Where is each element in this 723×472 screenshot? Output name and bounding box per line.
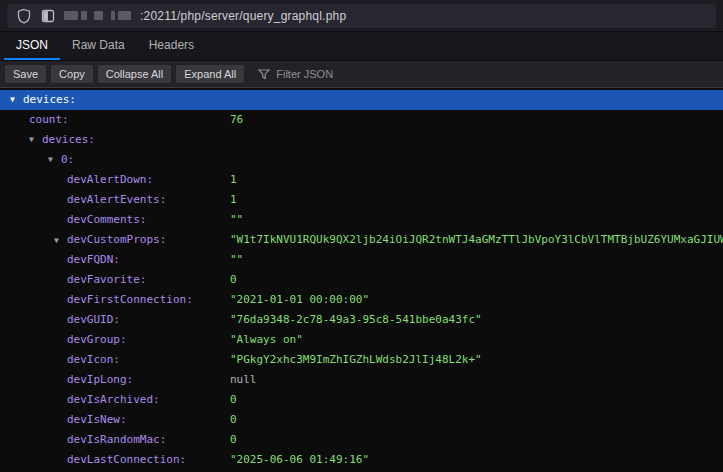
json-key: 0: bbox=[61, 153, 74, 166]
json-key: devFavorite: bbox=[67, 273, 146, 286]
json-row-0[interactable]: ▼0: bbox=[0, 150, 723, 170]
json-key: devAlertEvents: bbox=[67, 193, 166, 206]
json-value: 76 bbox=[230, 110, 243, 130]
json-row-devisarchived[interactable]: devIsArchived:0 bbox=[0, 390, 723, 410]
json-value: "76da9348-2c78-49a3-95c8-541bbe0a43fc" bbox=[230, 310, 482, 330]
json-key: devIcon: bbox=[67, 353, 120, 366]
json-row-devlastconnection[interactable]: devLastConnection:"2025-06-06 01:49:16" bbox=[0, 450, 723, 470]
tracking-protection-shield-icon[interactable] bbox=[16, 8, 32, 24]
json-key: devFQDN: bbox=[67, 253, 120, 266]
expand-toggle-icon[interactable]: ▼ bbox=[48, 150, 61, 170]
expand-toggle-icon[interactable]: ▼ bbox=[54, 231, 67, 250]
json-row-devisrandommac[interactable]: devIsRandomMac:0 bbox=[0, 430, 723, 450]
collapse-all-button[interactable]: Collapse All bbox=[98, 65, 171, 83]
json-row-count[interactable]: count:76 bbox=[0, 110, 723, 130]
filter-json-container bbox=[258, 68, 496, 80]
json-value: 1 bbox=[230, 170, 237, 190]
json-row-deviplong[interactable]: devIpLong:null bbox=[0, 370, 723, 390]
json-row-devices[interactable]: ▼devices: bbox=[0, 90, 723, 110]
json-row-devalertevents[interactable]: devAlertEvents:1 bbox=[0, 190, 723, 210]
json-row-devalertdown[interactable]: devAlertDown:1 bbox=[0, 170, 723, 190]
json-value: 1 bbox=[230, 190, 237, 210]
json-row-devfavorite[interactable]: devFavorite:0 bbox=[0, 270, 723, 290]
json-value: "PGkgY2xhc3M9ImZhIGZhLWdsb2JlIj48L2k+" bbox=[230, 350, 482, 370]
url-text[interactable]: :20211/php/server/query_graphql.php bbox=[140, 9, 346, 23]
json-key: devIsNew: bbox=[67, 413, 127, 426]
json-value: "2025-06-06 01:49:16" bbox=[230, 450, 369, 470]
json-row-devgroup[interactable]: devGroup:"Always on" bbox=[0, 330, 723, 350]
json-key: devComments: bbox=[67, 213, 146, 226]
tab-headers[interactable]: Headers bbox=[137, 32, 206, 60]
json-value: 0 bbox=[230, 270, 237, 290]
json-key: devAlertDown: bbox=[67, 173, 153, 186]
json-row-devcustomprops[interactable]: ▼devCustomProps:"W1t7IkNVU1RQUk9QX2ljb24… bbox=[0, 230, 723, 250]
json-row-devicon[interactable]: devIcon:"PGkgY2xhc3M9ImZhIGZhLWdsb2JlIj4… bbox=[0, 350, 723, 370]
json-value: "W1t7IkNVU1RQUk9QX2ljb24iOiJQR2tnWTJ4aGM… bbox=[230, 230, 723, 250]
json-value: "Always on" bbox=[230, 330, 303, 350]
json-value: "" bbox=[230, 250, 243, 270]
filter-funnel-icon bbox=[258, 69, 270, 80]
tab-raw-data[interactable]: Raw Data bbox=[60, 32, 137, 60]
json-tree: ▼devices:count:76▼devices:▼0:devAlertDow… bbox=[0, 88, 723, 472]
expand-toggle-icon[interactable]: ▼ bbox=[10, 90, 23, 110]
json-key: devices: bbox=[42, 133, 95, 146]
redacted-ip-address bbox=[64, 11, 131, 20]
browser-window: :20211/php/server/query_graphql.php JSON… bbox=[0, 0, 723, 472]
copy-button[interactable]: Copy bbox=[51, 65, 93, 83]
json-row-devisnew[interactable]: devIsNew:0 bbox=[0, 410, 723, 430]
json-value: 0 bbox=[230, 430, 237, 450]
json-key: devIsArchived: bbox=[67, 393, 160, 406]
expand-all-button[interactable]: Expand All bbox=[176, 65, 244, 83]
json-toolbar: Save Copy Collapse All Expand All bbox=[0, 61, 723, 88]
url-bar: :20211/php/server/query_graphql.php bbox=[0, 0, 723, 32]
json-key: devices: bbox=[23, 93, 76, 106]
json-row-devcomments[interactable]: devComments:"" bbox=[0, 210, 723, 230]
json-row-devices[interactable]: ▼devices: bbox=[0, 130, 723, 150]
json-key: devGUID: bbox=[67, 313, 120, 326]
json-value: 0 bbox=[230, 410, 237, 430]
json-row-devfirstconnection[interactable]: devFirstConnection:"2021-01-01 00:00:00" bbox=[0, 290, 723, 310]
json-key: devIsRandomMac: bbox=[67, 433, 166, 446]
filter-json-input[interactable] bbox=[276, 68, 496, 80]
save-button[interactable]: Save bbox=[5, 65, 46, 83]
json-key: devLastConnection: bbox=[67, 453, 186, 466]
json-key: devGroup: bbox=[67, 333, 127, 346]
json-key: devFirstConnection: bbox=[67, 293, 193, 306]
json-row-devguid[interactable]: devGUID:"76da9348-2c78-49a3-95c8-541bbe0… bbox=[0, 310, 723, 330]
permissions-page-icon[interactable] bbox=[41, 9, 55, 23]
json-value: "2021-01-01 00:00:00" bbox=[230, 290, 369, 310]
json-viewer-tab-bar: JSON Raw Data Headers bbox=[0, 32, 723, 61]
json-key: devCustomProps: bbox=[67, 233, 166, 246]
json-key: count: bbox=[29, 113, 69, 126]
tab-json[interactable]: JSON bbox=[4, 32, 60, 60]
json-value: null bbox=[230, 370, 257, 390]
json-value: 0 bbox=[230, 390, 237, 410]
address-field[interactable]: :20211/php/server/query_graphql.php bbox=[7, 4, 716, 28]
json-key: devIpLong: bbox=[67, 373, 133, 386]
expand-toggle-icon[interactable]: ▼ bbox=[29, 130, 42, 150]
json-row-devfqdn[interactable]: devFQDN:"" bbox=[0, 250, 723, 270]
json-value: "" bbox=[230, 210, 243, 230]
